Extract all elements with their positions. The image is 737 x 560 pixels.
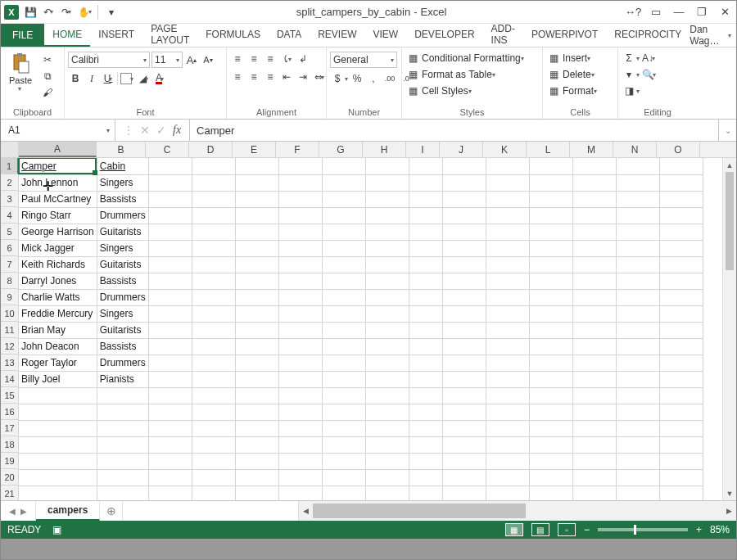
row-header-2[interactable]: 2 (1, 174, 18, 191)
cell-M1[interactable] (572, 158, 616, 174)
align-right-icon[interactable]: ≡ (263, 70, 278, 84)
comma-icon[interactable]: , (366, 71, 381, 86)
vscroll-thumb[interactable] (726, 172, 734, 270)
row-header-19[interactable]: 19 (1, 453, 18, 469)
cell-E1[interactable] (235, 158, 278, 174)
cell-B16[interactable] (97, 404, 148, 420)
align-left-icon[interactable]: ≡ (230, 70, 245, 84)
cell-I1[interactable] (409, 158, 442, 174)
fill-color-button[interactable]: ◢▾ (136, 71, 151, 86)
cell-D14[interactable] (192, 371, 235, 387)
cell-G20[interactable] (322, 469, 365, 485)
cell-F10[interactable] (278, 305, 322, 322)
cell-J4[interactable] (442, 207, 486, 224)
cell-M12[interactable] (572, 338, 616, 355)
cell-D6[interactable] (192, 240, 235, 256)
cell-H15[interactable] (365, 387, 409, 404)
cell-D13[interactable] (192, 355, 235, 371)
cell-I21[interactable] (409, 485, 442, 500)
touch-mode-icon[interactable]: ✋▾ (78, 6, 91, 19)
sheet-tab-campers[interactable]: campers (36, 501, 100, 521)
cell-D3[interactable] (192, 191, 235, 207)
row-header-6[interactable]: 6 (1, 240, 18, 256)
cell-K2[interactable] (486, 174, 529, 191)
scroll-down-icon[interactable]: ▼ (723, 486, 736, 500)
tab-data[interactable]: DATA (269, 24, 310, 47)
cell-D18[interactable] (192, 436, 235, 453)
row-header-18[interactable]: 18 (1, 436, 18, 453)
cell-D11[interactable] (192, 322, 235, 338)
cell-K3[interactable] (486, 191, 529, 207)
cell-O20[interactable] (659, 469, 703, 485)
cell-B6[interactable]: Singers (97, 240, 148, 256)
cell-N2[interactable] (616, 174, 659, 191)
row-header-16[interactable]: 16 (1, 404, 18, 420)
cell-J13[interactable] (442, 355, 486, 371)
cell-A9[interactable]: Charlie Watts (19, 289, 97, 305)
cell-H20[interactable] (365, 469, 409, 485)
cell-G14[interactable] (322, 371, 365, 387)
cell-C5[interactable] (148, 224, 192, 240)
cell-F19[interactable] (278, 453, 322, 469)
cell-L10[interactable] (529, 305, 572, 322)
row-header-4[interactable]: 4 (1, 207, 18, 224)
cell-B18[interactable] (97, 436, 148, 453)
cell-D10[interactable] (192, 305, 235, 322)
cell-O7[interactable] (659, 256, 703, 273)
cell-M4[interactable] (572, 207, 616, 224)
cell-I20[interactable] (409, 469, 442, 485)
cell-E12[interactable] (235, 338, 278, 355)
cell-F6[interactable] (278, 240, 322, 256)
cell-C8[interactable] (148, 273, 192, 289)
formula-input[interactable]: Camper (190, 120, 718, 141)
cell-B17[interactable] (97, 420, 148, 436)
column-header-J[interactable]: J (440, 142, 483, 157)
cell-I16[interactable] (409, 404, 442, 420)
cell-B14[interactable]: Pianists (97, 371, 148, 387)
cell-L5[interactable] (529, 224, 572, 240)
cell-I15[interactable] (409, 387, 442, 404)
cell-K21[interactable] (486, 485, 529, 500)
cell-C1[interactable] (148, 158, 192, 174)
cell-C13[interactable] (148, 355, 192, 371)
cell-E5[interactable] (235, 224, 278, 240)
cell-D4[interactable] (192, 207, 235, 224)
cell-G5[interactable] (322, 224, 365, 240)
cell-F5[interactable] (278, 224, 322, 240)
cell-J7[interactable] (442, 256, 486, 273)
cell-J3[interactable] (442, 191, 486, 207)
cell-I9[interactable] (409, 289, 442, 305)
undo-icon[interactable]: ↶▾ (42, 6, 55, 19)
cell-M13[interactable] (572, 355, 616, 371)
cell-K19[interactable] (486, 453, 529, 469)
cell-O4[interactable] (659, 207, 703, 224)
cell-K11[interactable] (486, 322, 529, 338)
cell-A20[interactable] (19, 469, 97, 485)
cell-F21[interactable] (278, 485, 322, 500)
tab-view[interactable]: VIEW (365, 24, 407, 47)
accounting-icon[interactable]: $ (330, 71, 345, 86)
tab-home[interactable]: HOME (44, 24, 90, 47)
cell-B19[interactable] (97, 453, 148, 469)
cell-K20[interactable] (486, 469, 529, 485)
sort-filter-icon[interactable]: A↓▾ (641, 51, 656, 65)
cell-C17[interactable] (148, 420, 192, 436)
horizontal-scrollbar[interactable]: ◀ ▶ (298, 501, 736, 521)
cell-D5[interactable] (192, 224, 235, 240)
row-header-3[interactable]: 3 (1, 191, 18, 207)
cell-F15[interactable] (278, 387, 322, 404)
cell-M20[interactable] (572, 469, 616, 485)
cell-I8[interactable] (409, 273, 442, 289)
autofit-icon[interactable]: ↔? (625, 4, 641, 20)
cell-J14[interactable] (442, 371, 486, 387)
cell-E20[interactable] (235, 469, 278, 485)
cells[interactable]: CamperCabinJohn LennonSingersPaul McCart… (19, 158, 736, 500)
cell-O16[interactable] (659, 404, 703, 420)
cell-A7[interactable]: Keith Richards (19, 256, 97, 273)
cell-N5[interactable] (616, 224, 659, 240)
cell-J19[interactable] (442, 453, 486, 469)
tab-review[interactable]: REVIEW (310, 24, 364, 47)
shrink-font-icon[interactable]: A▾ (201, 52, 215, 67)
increase-indent-icon[interactable]: ⇥ (296, 70, 310, 84)
cell-M14[interactable] (572, 371, 616, 387)
